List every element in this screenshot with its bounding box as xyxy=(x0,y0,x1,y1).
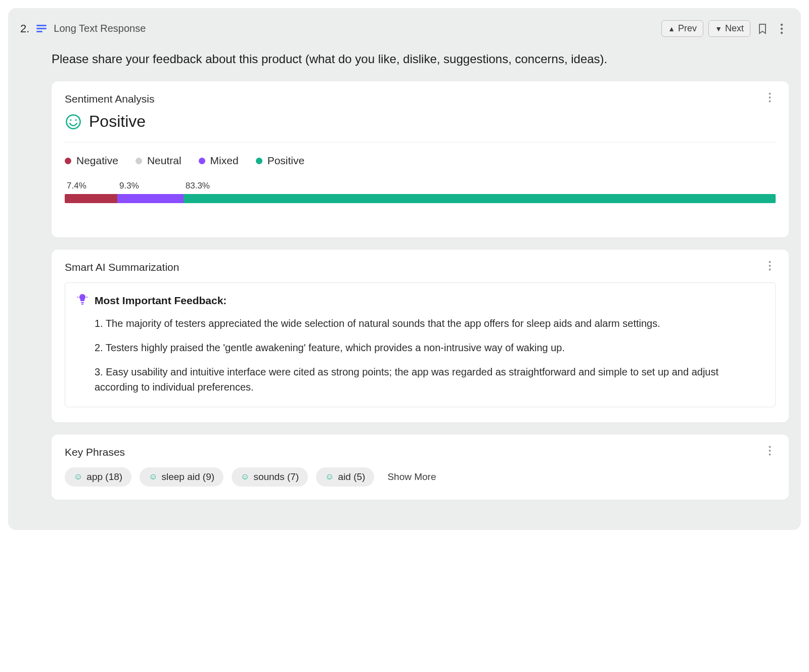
phrase-chip-label: sleep aid (9) xyxy=(162,471,215,483)
prev-button[interactable]: ▲ Prev xyxy=(661,20,703,37)
sentiment-card-menu[interactable] xyxy=(763,92,776,105)
ai-summary-heading-row: Most Important Feedback: xyxy=(77,293,763,308)
legend-mixed-label: Mixed xyxy=(210,155,239,167)
sentiment-overall: Positive xyxy=(65,112,776,142)
legend-mixed: Mixed xyxy=(199,155,239,167)
show-more-button[interactable]: Show More xyxy=(387,471,436,483)
legend-neutral: Neutral xyxy=(136,155,182,167)
question-panel: 2. Long Text Response ▲ Prev ▼ Next xyxy=(8,8,801,530)
question-type-label: Long Text Response xyxy=(54,23,146,34)
phrase-chip[interactable]: ☺ aid (5) xyxy=(316,467,374,487)
svg-point-2 xyxy=(781,31,783,33)
arrow-up-icon: ▲ xyxy=(668,25,675,32)
sentiment-legend: Negative Neutral Mixed Positive xyxy=(65,155,776,167)
svg-point-3 xyxy=(769,93,771,95)
vertical-dots-icon xyxy=(769,92,771,103)
smile-icon: ☺ xyxy=(241,472,249,482)
bar-label-mixed: 9.3% xyxy=(117,181,184,191)
prev-button-label: Prev xyxy=(678,23,697,34)
sentiment-card-title: Sentiment Analysis xyxy=(65,93,154,105)
bar-label-negative: 7.4% xyxy=(65,181,117,191)
phrase-chip[interactable]: ☺ sounds (7) xyxy=(232,467,308,487)
question-header: 2. Long Text Response ▲ Prev ▼ Next xyxy=(20,20,789,37)
legend-neutral-label: Neutral xyxy=(147,155,182,167)
ai-summary-title: Smart AI Summarization xyxy=(65,261,179,273)
svg-point-8 xyxy=(75,119,77,121)
legend-positive-label: Positive xyxy=(267,155,305,167)
phrase-chip[interactable]: ☺ sleep aid (9) xyxy=(140,467,223,487)
bar-label-positive: 83.3% xyxy=(184,181,776,191)
sentiment-bar xyxy=(65,194,776,203)
phrase-chip-label: app (18) xyxy=(86,471,122,483)
bar-seg-mixed xyxy=(117,194,184,203)
svg-point-0 xyxy=(781,23,783,25)
long-text-icon xyxy=(36,25,47,32)
key-phrases-title: Key Phrases xyxy=(65,446,125,458)
svg-point-18 xyxy=(769,454,771,456)
phrase-chip[interactable]: ☺ app (18) xyxy=(65,467,131,487)
svg-rect-13 xyxy=(81,304,83,305)
bookmark-icon xyxy=(757,23,768,35)
dot-icon xyxy=(256,158,262,164)
svg-point-7 xyxy=(70,119,71,121)
svg-point-16 xyxy=(769,446,771,448)
legend-negative-label: Negative xyxy=(76,155,118,167)
svg-point-6 xyxy=(66,115,80,128)
ai-summary-menu[interactable] xyxy=(763,261,776,273)
question-text: Please share your feedback about this pr… xyxy=(52,51,789,67)
svg-point-1 xyxy=(781,27,783,29)
question-header-left: 2. Long Text Response xyxy=(20,22,146,35)
ai-summary-header: Smart AI Summarization xyxy=(65,261,776,273)
ai-feedback-item: 3. Easy usability and intuitive interfac… xyxy=(95,364,763,395)
sentiment-card-header: Sentiment Analysis xyxy=(65,92,776,105)
sentiment-card: Sentiment Analysis Positive Negative Neu… xyxy=(52,81,789,237)
dot-icon xyxy=(136,158,142,164)
question-overflow-menu[interactable] xyxy=(775,22,789,36)
bookmark-button[interactable] xyxy=(755,22,770,36)
bar-seg-negative xyxy=(65,194,117,203)
phrase-chip-label: aid (5) xyxy=(338,471,366,483)
vertical-dots-icon xyxy=(769,261,771,271)
ai-summary-heading: Most Important Feedback: xyxy=(95,295,227,307)
svg-point-5 xyxy=(769,101,771,103)
smile-icon: ☺ xyxy=(325,472,334,482)
next-button-label: Next xyxy=(725,23,744,34)
arrow-down-icon: ▼ xyxy=(715,25,722,32)
lightbulb-icon xyxy=(77,293,87,308)
key-phrases-header: Key Phrases xyxy=(65,446,776,458)
bar-seg-positive xyxy=(184,194,776,203)
ai-summary-body: Most Important Feedback: 1. The majority… xyxy=(65,282,776,407)
svg-point-11 xyxy=(769,269,771,271)
ai-feedback-item: 2. Testers highly praised the 'gentle aw… xyxy=(95,340,763,355)
legend-negative: Negative xyxy=(65,155,118,167)
sentiment-bar-labels: 7.4% 9.3% 83.3% xyxy=(65,181,776,191)
sentiment-overall-label: Positive xyxy=(89,112,146,131)
ai-feedback-list: 1. The majority of testers appreciated t… xyxy=(77,316,763,395)
vertical-dots-icon xyxy=(780,23,783,34)
dot-icon xyxy=(199,158,205,164)
smile-icon: ☺ xyxy=(74,472,82,482)
svg-point-17 xyxy=(769,450,771,452)
legend-positive: Positive xyxy=(256,155,305,167)
key-phrases-card: Key Phrases ☺ app (18) ☺ sleep aid (9) ☺… xyxy=(52,435,789,500)
ai-summary-card: Smart AI Summarization Most Important Fe… xyxy=(52,250,789,422)
svg-point-4 xyxy=(769,97,771,99)
key-phrases-menu[interactable] xyxy=(763,446,776,458)
smile-icon xyxy=(65,113,82,130)
svg-rect-12 xyxy=(81,302,84,303)
svg-point-9 xyxy=(769,261,771,263)
smile-icon: ☺ xyxy=(149,472,157,482)
ai-feedback-item: 1. The majority of testers appreciated t… xyxy=(95,316,763,331)
question-header-right: ▲ Prev ▼ Next xyxy=(661,20,789,37)
svg-point-10 xyxy=(769,265,771,267)
next-button[interactable]: ▼ Next xyxy=(708,20,750,37)
dot-icon xyxy=(65,158,71,164)
vertical-dots-icon xyxy=(769,446,771,456)
key-phrases-list: ☺ app (18) ☺ sleep aid (9) ☺ sounds (7) … xyxy=(65,467,776,487)
question-number: 2. xyxy=(20,22,29,35)
phrase-chip-label: sounds (7) xyxy=(253,471,299,483)
